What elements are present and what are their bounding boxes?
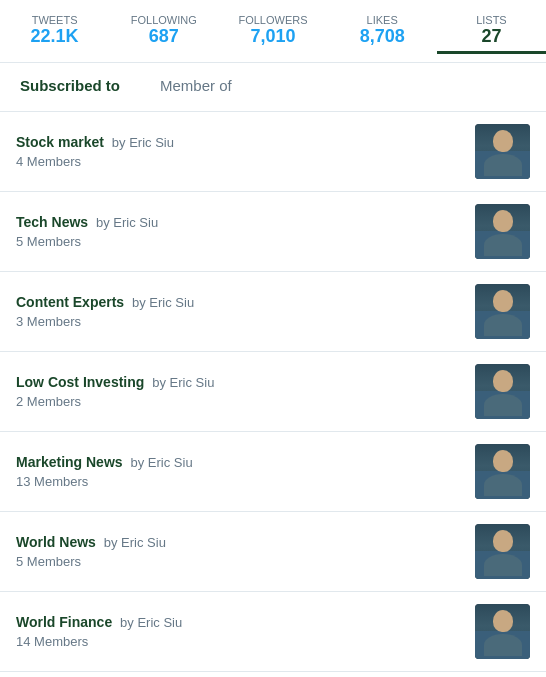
stat-label: FOLLOWING: [109, 14, 218, 26]
list-author: by Eric Siu: [130, 455, 192, 470]
list-members: 5 Members: [16, 234, 463, 249]
list-author: by Eric Siu: [112, 135, 174, 150]
list-container: Stock market by Eric Siu 4 Members Tech …: [0, 112, 546, 677]
list-info: Content Experts by Eric Siu 3 Members: [16, 294, 463, 329]
list-info: Marketing News by Eric Siu 13 Members: [16, 454, 463, 489]
avatar: [475, 284, 530, 339]
stat-value: 687: [109, 26, 218, 47]
list-members: 14 Members: [16, 634, 463, 649]
tab-subscribed-to[interactable]: Subscribed to: [0, 63, 140, 111]
list-info: World Finance by Eric Siu 14 Members: [16, 614, 463, 649]
list-info: Tech News by Eric Siu 5 Members: [16, 214, 463, 249]
list-info: Stock market by Eric Siu 4 Members: [16, 134, 463, 169]
avatar: [475, 604, 530, 659]
list-members: 2 Members: [16, 394, 463, 409]
stat-label: LISTS: [437, 14, 546, 26]
list-item[interactable]: World News by Eric Siu 5 Members: [0, 512, 546, 592]
list-item[interactable]: Low Cost Investing by Eric Siu 2 Members: [0, 352, 546, 432]
list-title: Stock market: [16, 134, 104, 150]
stat-item-likes[interactable]: LIKES 8,708: [328, 10, 437, 54]
stat-item-tweets[interactable]: TWEETS 22.1K: [0, 10, 109, 54]
list-title: Tech News: [16, 214, 88, 230]
list-item[interactable]: VCs by Eric Siu 29 Members: [0, 672, 546, 677]
list-author: by Eric Siu: [132, 295, 194, 310]
stats-bar: TWEETS 22.1K FOLLOWING 687 FOLLOWERS 7,0…: [0, 0, 546, 63]
list-title: Content Experts: [16, 294, 124, 310]
stat-value: 22.1K: [0, 26, 109, 47]
list-author: by Eric Siu: [120, 615, 182, 630]
list-author: by Eric Siu: [96, 215, 158, 230]
list-members: 13 Members: [16, 474, 463, 489]
stat-item-followers[interactable]: FOLLOWERS 7,010: [218, 10, 327, 54]
list-title: World News: [16, 534, 96, 550]
stat-value: 7,010: [218, 26, 327, 47]
stat-item-following[interactable]: FOLLOWING 687: [109, 10, 218, 54]
list-author: by Eric Siu: [104, 535, 166, 550]
list-info: World News by Eric Siu 5 Members: [16, 534, 463, 569]
list-item[interactable]: Marketing News by Eric Siu 13 Members: [0, 432, 546, 512]
stat-item-lists[interactable]: LISTS 27: [437, 10, 546, 54]
tab-member-of[interactable]: Member of: [140, 63, 252, 111]
stat-value: 27: [437, 26, 546, 47]
avatar: [475, 524, 530, 579]
avatar: [475, 444, 530, 499]
avatar: [475, 124, 530, 179]
stat-label: TWEETS: [0, 14, 109, 26]
list-item[interactable]: Stock market by Eric Siu 4 Members: [0, 112, 546, 192]
list-item[interactable]: World Finance by Eric Siu 14 Members: [0, 592, 546, 672]
list-info: Low Cost Investing by Eric Siu 2 Members: [16, 374, 463, 409]
stat-value: 8,708: [328, 26, 437, 47]
avatar: [475, 364, 530, 419]
list-item[interactable]: Content Experts by Eric Siu 3 Members: [0, 272, 546, 352]
tab-bar: Subscribed toMember of: [0, 63, 546, 112]
list-author: by Eric Siu: [152, 375, 214, 390]
list-members: 5 Members: [16, 554, 463, 569]
list-item[interactable]: Tech News by Eric Siu 5 Members: [0, 192, 546, 272]
list-title: World Finance: [16, 614, 112, 630]
list-members: 4 Members: [16, 154, 463, 169]
avatar: [475, 204, 530, 259]
list-title: Low Cost Investing: [16, 374, 144, 390]
list-members: 3 Members: [16, 314, 463, 329]
stat-label: LIKES: [328, 14, 437, 26]
list-title: Marketing News: [16, 454, 123, 470]
stat-label: FOLLOWERS: [218, 14, 327, 26]
